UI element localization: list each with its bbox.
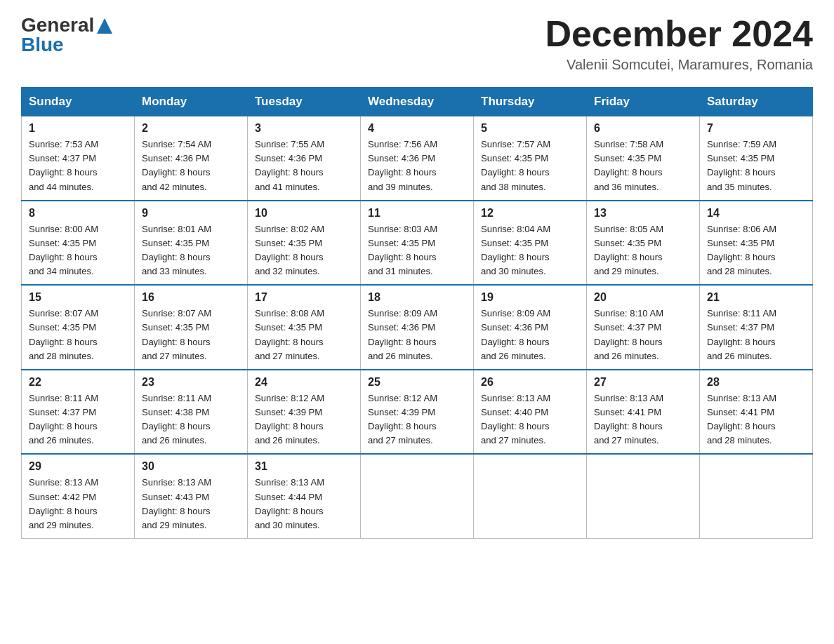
day-number: 1 bbox=[29, 122, 127, 135]
day-number: 6 bbox=[594, 122, 692, 135]
col-tuesday: Tuesday bbox=[248, 88, 361, 116]
day-number: 14 bbox=[707, 207, 805, 220]
day-number: 7 bbox=[707, 122, 805, 135]
calendar-table: Sunday Monday Tuesday Wednesday Thursday… bbox=[21, 87, 813, 539]
day-info: Sunrise: 7:57 AM Sunset: 4:35 PM Dayligh… bbox=[481, 137, 579, 194]
day-info: Sunrise: 8:01 AM Sunset: 4:35 PM Dayligh… bbox=[142, 222, 240, 279]
day-number: 4 bbox=[368, 122, 466, 135]
day-number: 17 bbox=[255, 291, 353, 304]
table-row: 8 Sunrise: 8:00 AM Sunset: 4:35 PM Dayli… bbox=[22, 201, 135, 286]
day-number: 11 bbox=[368, 207, 466, 220]
table-row: 9 Sunrise: 8:01 AM Sunset: 4:35 PM Dayli… bbox=[135, 201, 248, 286]
table-row: 21 Sunrise: 8:11 AM Sunset: 4:37 PM Dayl… bbox=[700, 285, 813, 370]
day-info: Sunrise: 8:02 AM Sunset: 4:35 PM Dayligh… bbox=[255, 222, 353, 279]
day-info: Sunrise: 8:05 AM Sunset: 4:35 PM Dayligh… bbox=[594, 222, 692, 279]
day-info: Sunrise: 7:58 AM Sunset: 4:35 PM Dayligh… bbox=[594, 137, 692, 194]
day-number: 29 bbox=[29, 460, 127, 473]
day-number: 10 bbox=[255, 207, 353, 220]
table-row: 1 Sunrise: 7:53 AM Sunset: 4:37 PM Dayli… bbox=[22, 116, 135, 201]
table-row: 26 Sunrise: 8:13 AM Sunset: 4:40 PM Dayl… bbox=[474, 370, 587, 455]
logo-text-general: General bbox=[21, 15, 94, 35]
day-info: Sunrise: 8:12 AM Sunset: 4:39 PM Dayligh… bbox=[368, 391, 466, 448]
page-header: General Blue December 2024 Valenii Somcu… bbox=[21, 14, 813, 73]
table-row: 25 Sunrise: 8:12 AM Sunset: 4:39 PM Dayl… bbox=[361, 370, 474, 455]
day-number: 2 bbox=[142, 122, 240, 135]
day-info: Sunrise: 8:08 AM Sunset: 4:35 PM Dayligh… bbox=[255, 307, 353, 363]
day-info: Sunrise: 8:09 AM Sunset: 4:36 PM Dayligh… bbox=[368, 307, 466, 363]
col-wednesday: Wednesday bbox=[361, 88, 474, 116]
day-info: Sunrise: 7:53 AM Sunset: 4:37 PM Dayligh… bbox=[29, 137, 127, 194]
day-number: 9 bbox=[142, 207, 240, 220]
day-number: 22 bbox=[29, 376, 127, 389]
table-row: 18 Sunrise: 8:09 AM Sunset: 4:36 PM Dayl… bbox=[361, 285, 474, 370]
calendar-week-row: 22 Sunrise: 8:11 AM Sunset: 4:37 PM Dayl… bbox=[22, 370, 813, 455]
day-info: Sunrise: 8:13 AM Sunset: 4:43 PM Dayligh… bbox=[142, 476, 240, 532]
calendar-week-row: 29 Sunrise: 8:13 AM Sunset: 4:42 PM Dayl… bbox=[22, 454, 813, 538]
table-row: 20 Sunrise: 8:10 AM Sunset: 4:37 PM Dayl… bbox=[587, 285, 700, 370]
day-info: Sunrise: 8:07 AM Sunset: 4:35 PM Dayligh… bbox=[29, 307, 127, 363]
svg-marker-0 bbox=[97, 18, 112, 34]
day-info: Sunrise: 8:13 AM Sunset: 4:42 PM Dayligh… bbox=[29, 476, 127, 532]
table-row: 10 Sunrise: 8:02 AM Sunset: 4:35 PM Dayl… bbox=[248, 201, 361, 286]
day-number: 3 bbox=[255, 122, 353, 135]
day-number: 16 bbox=[142, 291, 240, 304]
table-row: 6 Sunrise: 7:58 AM Sunset: 4:35 PM Dayli… bbox=[587, 116, 700, 201]
table-row: 2 Sunrise: 7:54 AM Sunset: 4:36 PM Dayli… bbox=[135, 116, 248, 201]
day-info: Sunrise: 8:13 AM Sunset: 4:41 PM Dayligh… bbox=[707, 391, 805, 448]
calendar-week-row: 8 Sunrise: 8:00 AM Sunset: 4:35 PM Dayli… bbox=[22, 201, 813, 286]
table-row: 17 Sunrise: 8:08 AM Sunset: 4:35 PM Dayl… bbox=[248, 285, 361, 370]
col-friday: Friday bbox=[587, 88, 700, 116]
title-block: December 2024 Valenii Somcutei, Maramure… bbox=[545, 14, 813, 73]
table-row: 27 Sunrise: 8:13 AM Sunset: 4:41 PM Dayl… bbox=[587, 370, 700, 455]
table-row bbox=[361, 454, 474, 538]
calendar-header-row: Sunday Monday Tuesday Wednesday Thursday… bbox=[22, 88, 813, 116]
col-thursday: Thursday bbox=[474, 88, 587, 116]
table-row: 5 Sunrise: 7:57 AM Sunset: 4:35 PM Dayli… bbox=[474, 116, 587, 201]
day-number: 27 bbox=[594, 376, 692, 389]
table-row: 31 Sunrise: 8:13 AM Sunset: 4:44 PM Dayl… bbox=[248, 454, 361, 538]
day-number: 13 bbox=[594, 207, 692, 220]
day-info: Sunrise: 7:59 AM Sunset: 4:35 PM Dayligh… bbox=[707, 137, 805, 194]
table-row: 4 Sunrise: 7:56 AM Sunset: 4:36 PM Dayli… bbox=[361, 116, 474, 201]
day-number: 21 bbox=[707, 291, 805, 304]
logo-text-blue: Blue bbox=[21, 34, 112, 56]
location-text: Valenii Somcutei, Maramures, Romania bbox=[545, 57, 813, 73]
day-info: Sunrise: 8:11 AM Sunset: 4:37 PM Dayligh… bbox=[29, 391, 127, 448]
day-info: Sunrise: 8:06 AM Sunset: 4:35 PM Dayligh… bbox=[707, 222, 805, 279]
table-row: 14 Sunrise: 8:06 AM Sunset: 4:35 PM Dayl… bbox=[700, 201, 813, 286]
table-row: 16 Sunrise: 8:07 AM Sunset: 4:35 PM Dayl… bbox=[135, 285, 248, 370]
table-row: 13 Sunrise: 8:05 AM Sunset: 4:35 PM Dayl… bbox=[587, 201, 700, 286]
table-row: 29 Sunrise: 8:13 AM Sunset: 4:42 PM Dayl… bbox=[22, 454, 135, 538]
day-number: 8 bbox=[29, 207, 127, 220]
day-number: 19 bbox=[481, 291, 579, 304]
day-info: Sunrise: 7:55 AM Sunset: 4:36 PM Dayligh… bbox=[255, 137, 353, 194]
day-info: Sunrise: 8:13 AM Sunset: 4:44 PM Dayligh… bbox=[255, 476, 353, 532]
day-number: 5 bbox=[481, 122, 579, 135]
day-number: 28 bbox=[707, 376, 805, 389]
day-info: Sunrise: 8:13 AM Sunset: 4:40 PM Dayligh… bbox=[481, 391, 579, 448]
day-number: 25 bbox=[368, 376, 466, 389]
day-info: Sunrise: 8:13 AM Sunset: 4:41 PM Dayligh… bbox=[594, 391, 692, 448]
day-number: 31 bbox=[255, 460, 353, 473]
day-info: Sunrise: 8:11 AM Sunset: 4:38 PM Dayligh… bbox=[142, 391, 240, 448]
table-row: 28 Sunrise: 8:13 AM Sunset: 4:41 PM Dayl… bbox=[700, 370, 813, 455]
day-number: 15 bbox=[29, 291, 127, 304]
table-row: 23 Sunrise: 8:11 AM Sunset: 4:38 PM Dayl… bbox=[135, 370, 248, 455]
table-row: 7 Sunrise: 7:59 AM Sunset: 4:35 PM Dayli… bbox=[700, 116, 813, 201]
table-row: 15 Sunrise: 8:07 AM Sunset: 4:35 PM Dayl… bbox=[22, 285, 135, 370]
logo: General Blue bbox=[21, 14, 112, 56]
table-row: 11 Sunrise: 8:03 AM Sunset: 4:35 PM Dayl… bbox=[361, 201, 474, 286]
day-number: 12 bbox=[481, 207, 579, 220]
day-number: 20 bbox=[594, 291, 692, 304]
day-number: 30 bbox=[142, 460, 240, 473]
day-number: 23 bbox=[142, 376, 240, 389]
table-row: 12 Sunrise: 8:04 AM Sunset: 4:35 PM Dayl… bbox=[474, 201, 587, 286]
table-row bbox=[700, 454, 813, 538]
month-title: December 2024 bbox=[545, 14, 813, 54]
day-info: Sunrise: 7:56 AM Sunset: 4:36 PM Dayligh… bbox=[368, 137, 466, 194]
day-info: Sunrise: 8:00 AM Sunset: 4:35 PM Dayligh… bbox=[29, 222, 127, 279]
day-info: Sunrise: 8:12 AM Sunset: 4:39 PM Dayligh… bbox=[255, 391, 353, 448]
calendar-week-row: 1 Sunrise: 7:53 AM Sunset: 4:37 PM Dayli… bbox=[22, 116, 813, 201]
day-number: 24 bbox=[255, 376, 353, 389]
table-row bbox=[474, 454, 587, 538]
